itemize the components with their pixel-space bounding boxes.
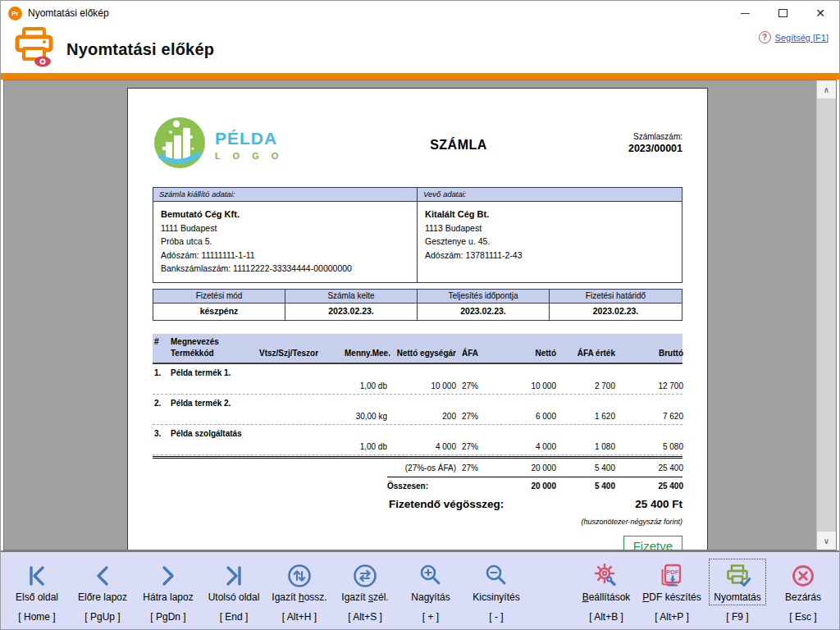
meta-value: 2023.02.23.	[550, 304, 682, 320]
total-gross: 25 400	[615, 482, 683, 491]
window-title: Nyomtatási előkép	[28, 7, 109, 19]
last-page-button[interactable]: Utolsó oldal [ End ]	[201, 552, 267, 629]
issuer-header: Számla kiállító adatai:	[153, 188, 417, 202]
zoom-in-button[interactable]: Nagyítás [ + ]	[398, 552, 463, 629]
logo-line1: PÉLDA	[215, 129, 283, 148]
issuer-name: Bemutató Cég Kft.	[161, 208, 409, 221]
fit-width-label: Igazít szél.	[341, 591, 388, 603]
fit-width-icon	[352, 561, 378, 591]
item-qty: 1,00 db	[345, 381, 387, 390]
chevron-up-icon: ∧	[824, 85, 829, 94]
zoom-out-button[interactable]: Kicsinyítés [ - ]	[463, 552, 529, 629]
vertical-scrollbar[interactable]: ∧ ∨	[816, 80, 836, 550]
scroll-down-button[interactable]: ∨	[817, 532, 836, 550]
amount-in-words: (huszonötezer-négyszáz forint)	[153, 518, 682, 526]
fit-height-label: Igazít hossz.	[272, 591, 326, 603]
item-vat-value: 1 080	[556, 442, 615, 451]
pdf-export-button[interactable]: PDF PDF készítés [ Alt+P ]	[639, 552, 705, 629]
zoom-in-label: Nagyítás	[411, 591, 450, 603]
minimize-button[interactable]	[726, 1, 764, 25]
window-controls: ✕	[726, 1, 839, 25]
buyer-header: Vevő adatai:	[418, 188, 682, 202]
zoom-out-label: Kicsinyítés	[472, 591, 519, 603]
preview-area: PÉLDA L O G O SZÁMLA Számlaszám: 2023/00…	[3, 80, 837, 550]
buyer-line: Gesztenye u. 45.	[425, 235, 674, 248]
help-link[interactable]: Segítség [F1]	[775, 33, 829, 43]
totals-block: (27%-os ÁFA) 27% 20 000 5 400 25 400 Öss…	[387, 459, 682, 494]
next-page-button[interactable]: Hátra lapoz [ PgDn ]	[135, 552, 201, 629]
chevron-down-icon: ∨	[824, 536, 829, 546]
item-number: 3.	[153, 429, 171, 438]
col-num: #	[153, 336, 171, 348]
invoice-page: PÉLDA L O G O SZÁMLA Számlaszám: 2023/00…	[127, 88, 708, 550]
fit-height-shortcut: [ Alt+H ]	[282, 611, 317, 623]
col-unit-price: Nettó egységár	[387, 348, 456, 359]
payable-row: Fizetendő végösszeg: 25 400 Ft	[153, 498, 682, 510]
meta-header: Fizetési mód	[153, 290, 285, 304]
vat-summary-net: 20 000	[491, 463, 556, 472]
print-button[interactable]: Nyomtatás [ F9 ]	[705, 552, 770, 629]
toolbar: Első oldal [ Home ] Előre lapoz [ PgUp ]…	[1, 550, 839, 629]
total-vat: 5 400	[556, 482, 615, 491]
next-page-label: Hátra lapoz	[143, 591, 193, 603]
print-preview-icon	[12, 26, 55, 72]
item-number: 2.	[153, 399, 171, 408]
col-name: Megnevezés	[171, 336, 259, 348]
item-gross: 7 620	[615, 412, 683, 421]
fit-width-button[interactable]: Igazít szél. [ Alt+S ]	[332, 552, 398, 629]
parties-table: Számla kiállító adatai: Bemutató Cég Kft…	[153, 187, 682, 283]
invoice-header: PÉLDA L O G O SZÁMLA Számlaszám: 2023/00…	[153, 112, 682, 177]
total-net: 20 000	[491, 482, 556, 491]
close-preview-label: Bezárás	[785, 591, 821, 603]
first-page-label: Első oldal	[16, 591, 58, 603]
previous-page-label: Előre lapoz	[78, 591, 127, 603]
item-name: Példa termék 1.	[171, 368, 259, 377]
paid-stamp: Fizetve	[623, 536, 682, 550]
next-page-shortcut: [ PgDn ]	[150, 611, 185, 623]
item-name: Példa szolgáltatás	[171, 429, 259, 438]
close-circle-icon	[791, 561, 815, 591]
meta-header: Teljesítés időpontja	[418, 290, 549, 304]
item-unit-price: 10 000	[387, 381, 456, 390]
vat-summary-gross: 25 400	[615, 463, 683, 472]
payment-meta-table: Fizetési mód készpénz Számla kelte 2023.…	[153, 289, 682, 321]
previous-page-shortcut: [ PgUp ]	[84, 611, 120, 623]
next-page-icon	[156, 561, 180, 591]
fit-height-button[interactable]: Igazít hossz. [ Alt+H ]	[267, 552, 332, 629]
first-page-icon	[25, 561, 49, 591]
meta-value: 2023.02.23.	[285, 304, 417, 320]
previous-page-icon	[90, 561, 115, 591]
issuer-line: Adószám: 11111111-1-11	[161, 249, 409, 262]
stamp-row: Fizetve	[153, 536, 682, 550]
previous-page-button[interactable]: Előre lapoz [ PgUp ]	[70, 552, 135, 629]
item-vat-value: 2 700	[556, 381, 615, 390]
pdf-export-label: PDF készítés	[642, 591, 701, 603]
first-page-button[interactable]: Első oldal [ Home ]	[4, 552, 70, 629]
print-preview-window: Pr Nyomtatási előkép ✕ Nyomtatási előkép…	[0, 0, 840, 630]
total-label: Összesen:	[387, 482, 456, 491]
maximize-button[interactable]	[764, 1, 801, 25]
item-vat-rate: 27%	[456, 381, 491, 390]
item-unit-price: 4 000	[387, 442, 456, 451]
item-qty: 1,00 db	[345, 442, 387, 451]
payable-value: 25 400 Ft	[635, 498, 682, 510]
settings-icon	[594, 561, 619, 591]
close-preview-button[interactable]: Bezárás [ Esc ]	[770, 552, 836, 629]
item-vat-rate: 27%	[456, 442, 491, 451]
item-unit-price: 200	[387, 412, 456, 421]
settings-button[interactable]: Beállítások [ Alt+B ]	[573, 552, 639, 629]
meta-col-fulfillment-date: Teljesítés időpontja 2023.02.23.	[418, 290, 550, 320]
print-icon	[724, 561, 751, 591]
help-icon: ?	[759, 31, 771, 43]
item-net: 10 000	[491, 381, 556, 390]
help-area: ? Segítség [F1]	[759, 31, 829, 43]
logo-text: PÉLDA L O G O	[215, 129, 283, 161]
col-code: Termékkód	[171, 348, 259, 359]
close-button[interactable]: ✕	[801, 1, 839, 25]
zoom-out-icon	[484, 561, 509, 591]
item-vat-rate: 27%	[456, 412, 491, 421]
scroll-up-button[interactable]: ∧	[817, 80, 836, 98]
buyer-details: Kitalált Cég Bt. 1113 Budapest Gesztenye…	[418, 202, 682, 271]
meta-col-due-date: Fizetési határidő 2023.02.23.	[550, 290, 682, 320]
vat-summary-label: (27%-os ÁFA)	[387, 463, 456, 472]
